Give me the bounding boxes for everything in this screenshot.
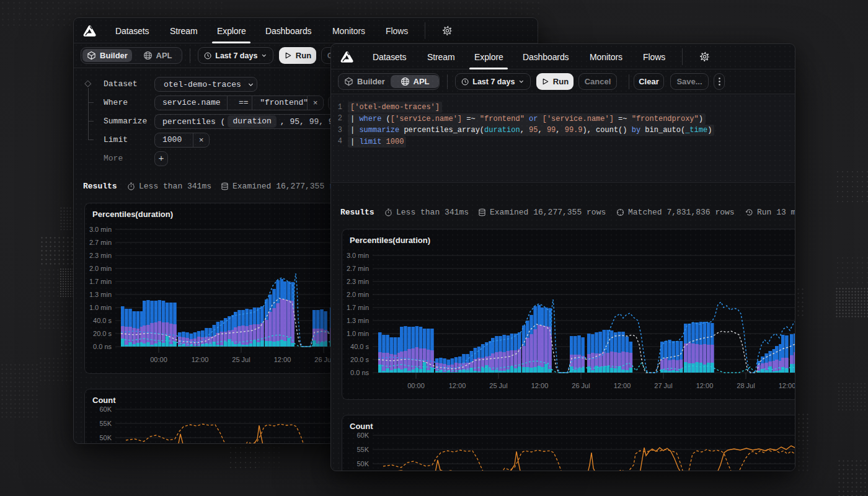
svg-text:2.0 min: 2.0 min xyxy=(89,265,112,272)
svg-text:1.7 min: 1.7 min xyxy=(347,304,369,311)
svg-text:50K: 50K xyxy=(356,460,369,467)
svg-text:2.7 min: 2.7 min xyxy=(347,265,369,272)
svg-text:1.0 min: 1.0 min xyxy=(89,304,112,311)
svg-text:12:00: 12:00 xyxy=(696,382,714,389)
svg-text:12:00: 12:00 xyxy=(192,356,209,363)
svg-text:2.0 min: 2.0 min xyxy=(347,291,369,298)
svg-text:27 Jul: 27 Jul xyxy=(654,382,672,389)
svg-text:55K: 55K xyxy=(356,446,369,453)
svg-text:26 Jul: 26 Jul xyxy=(572,382,590,389)
svg-text:60K: 60K xyxy=(356,432,369,439)
svg-text:20.0 s: 20.0 s xyxy=(93,330,112,337)
svg-text:1.0 min: 1.0 min xyxy=(347,330,369,337)
svg-text:12:00: 12:00 xyxy=(614,382,631,389)
svg-text:00:00: 00:00 xyxy=(407,382,425,389)
svg-text:2.7 min: 2.7 min xyxy=(89,239,112,246)
svg-text:25 Jul: 25 Jul xyxy=(489,382,507,389)
svg-text:12:00: 12:00 xyxy=(531,382,549,389)
svg-text:55K: 55K xyxy=(99,420,112,427)
svg-text:25 Jul: 25 Jul xyxy=(232,356,250,363)
svg-text:50K: 50K xyxy=(99,434,112,441)
svg-text:0.0 ns: 0.0 ns xyxy=(350,369,369,376)
svg-text:1.7 min: 1.7 min xyxy=(89,278,112,285)
svg-text:60K: 60K xyxy=(99,405,112,413)
svg-text:20.0 s: 20.0 s xyxy=(350,356,369,363)
svg-text:0.0 ns: 0.0 ns xyxy=(93,343,112,350)
svg-text:28 Jul: 28 Jul xyxy=(737,382,755,389)
svg-text:12:00: 12:00 xyxy=(449,382,466,389)
svg-text:2.3 min: 2.3 min xyxy=(89,252,112,259)
svg-text:2.3 min: 2.3 min xyxy=(347,278,369,285)
svg-text:1.3 min: 1.3 min xyxy=(89,291,112,298)
svg-text:3.0 min: 3.0 min xyxy=(347,252,369,259)
svg-text:40.0 s: 40.0 s xyxy=(350,343,369,350)
svg-text:3.0 min: 3.0 min xyxy=(89,226,112,233)
svg-text:12:00: 12:00 xyxy=(779,382,795,389)
svg-text:40.0 s: 40.0 s xyxy=(93,317,112,324)
svg-text:12:00: 12:00 xyxy=(274,356,291,363)
svg-text:1.3 min: 1.3 min xyxy=(347,317,369,324)
svg-text:00:00: 00:00 xyxy=(150,356,167,363)
